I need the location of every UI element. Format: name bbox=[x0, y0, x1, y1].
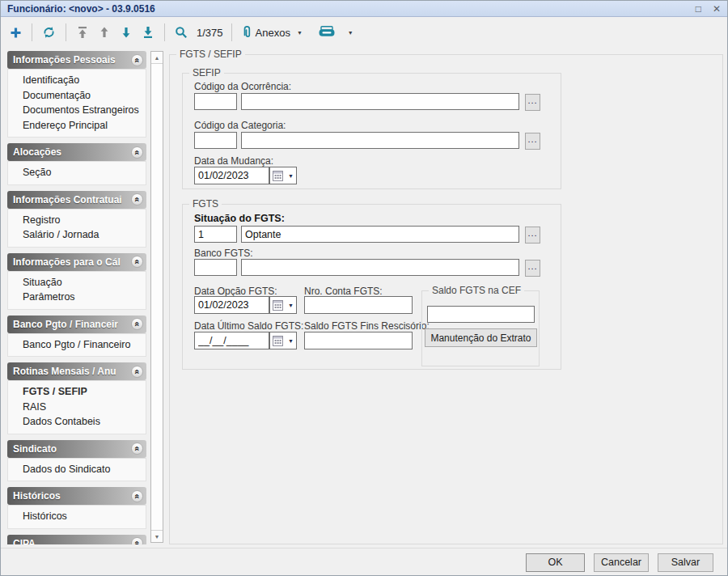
banco-fgts-label: Banco FGTS: bbox=[194, 248, 253, 259]
search-button[interactable] bbox=[173, 23, 189, 42]
next-record-button[interactable] bbox=[118, 23, 134, 42]
print-button[interactable] bbox=[316, 23, 337, 42]
attachments-button[interactable]: Anexos ▼ bbox=[240, 23, 307, 42]
sidebar-item-historicos[interactable]: Históricos bbox=[8, 509, 146, 524]
sidebar-item-dados-contabeis[interactable]: Dados Contabeis bbox=[8, 414, 146, 430]
banco-fgts-code-input[interactable] bbox=[194, 259, 237, 276]
data-ultimo-saldo-calendar-button[interactable]: ▼ bbox=[269, 332, 297, 349]
section-title: Informações Pessoais bbox=[13, 54, 116, 66]
record-counter: 1/375 bbox=[197, 27, 223, 39]
situacao-fgts-code-input[interactable] bbox=[194, 226, 237, 243]
sidebar-item-secao[interactable]: Seção bbox=[8, 165, 146, 180]
situacao-fgts-label: Situação do FGTS: bbox=[194, 213, 285, 224]
codigo-ocorrencia-browse-button[interactable]: ... bbox=[525, 94, 540, 111]
situacao-fgts-description-input[interactable] bbox=[241, 226, 519, 243]
sidebar-item-endereco-principal[interactable]: Endereço Principal bbox=[8, 118, 146, 133]
codigo-ocorrencia-label: Código da Ocorrência: bbox=[194, 81, 291, 92]
data-opcao-fgts-label: Data Opção FGTS: bbox=[194, 286, 277, 297]
sidebar-item-banco-pgto-financeiro[interactable]: Banco Pgto / Financeiro bbox=[8, 337, 146, 353]
collapse-chevron-icon[interactable]: « bbox=[131, 490, 143, 502]
sidebar-item-salario-jornada[interactable]: Salário / Jornada bbox=[8, 227, 146, 243]
collapse-chevron-icon[interactable]: « bbox=[131, 318, 143, 330]
ok-button[interactable]: OK bbox=[526, 553, 585, 572]
sidebar-item-parametros[interactable]: Parâmetros bbox=[8, 290, 146, 305]
collapse-chevron-icon[interactable]: « bbox=[131, 537, 143, 544]
section-title: Sindicato bbox=[13, 443, 57, 455]
sidebar-item-rais[interactable]: RAIS bbox=[8, 400, 146, 415]
calendar-icon bbox=[273, 336, 283, 346]
sidebar-header-cipa[interactable]: CIPA « bbox=[7, 535, 146, 545]
sidebar-item-identificacao[interactable]: Identificação bbox=[8, 73, 146, 88]
close-button[interactable]: ✕ bbox=[713, 2, 721, 16]
data-mudanca-label: Data da Mudança: bbox=[194, 155, 273, 167]
section-title: Informações Contratuai bbox=[13, 194, 122, 205]
sidebar-header-rotinas-mensais-anuais[interactable]: Rotinas Mensais / Anu « bbox=[7, 362, 146, 380]
codigo-ocorrencia-code-input[interactable] bbox=[194, 93, 237, 110]
scroll-down-button[interactable]: ▼ bbox=[151, 530, 163, 542]
footer-bar: OK Cancelar Salvar bbox=[1, 548, 727, 575]
save-button[interactable]: Salvar bbox=[658, 553, 713, 572]
refresh-icon bbox=[42, 26, 56, 39]
sefip-groupbox: SEFIP Código da Ocorrência: ... Código d… bbox=[182, 73, 561, 189]
data-opcao-calendar-button[interactable]: ▼ bbox=[269, 296, 297, 314]
collapse-chevron-icon[interactable]: « bbox=[131, 443, 143, 455]
sidebar-section-rotinas-mensais-anuais: Rotinas Mensais / Anu « FGTS / SEFIP RAI… bbox=[7, 362, 146, 434]
data-opcao-fgts-input[interactable] bbox=[194, 296, 269, 314]
section-title: Alocações bbox=[13, 146, 61, 158]
data-mudanca-calendar-button[interactable]: ▼ bbox=[269, 167, 297, 184]
banco-fgts-browse-button[interactable]: ... bbox=[525, 260, 540, 277]
fgts-group-title: FGTS bbox=[189, 198, 222, 210]
sidebar-header-informacoes-para-o-calculo[interactable]: Informações para o Cál « bbox=[7, 253, 146, 271]
saldo-fins-rescisorio-label: Saldo FGTS Fins Rescisório: bbox=[304, 320, 430, 332]
search-icon bbox=[175, 26, 188, 39]
collapse-chevron-icon[interactable]: « bbox=[131, 256, 143, 268]
collapse-chevron-icon[interactable]: « bbox=[131, 366, 143, 378]
previous-record-button[interactable] bbox=[96, 23, 112, 42]
maximize-button[interactable]: □ bbox=[696, 2, 701, 16]
sidebar-header-alocacoes[interactable]: Alocações « bbox=[7, 143, 146, 161]
sidebar-header-sindicato[interactable]: Sindicato « bbox=[7, 440, 146, 458]
last-record-button[interactable] bbox=[140, 23, 156, 42]
sidebar-header-informacoes-contratuais[interactable]: Informações Contratuai « bbox=[7, 191, 146, 209]
saldo-cef-input[interactable] bbox=[427, 306, 535, 323]
codigo-categoria-description-input[interactable] bbox=[241, 132, 519, 149]
scroll-up-button[interactable]: ▲ bbox=[151, 52, 163, 64]
first-record-button[interactable] bbox=[74, 23, 91, 42]
sidebar-item-dados-do-sindicato[interactable]: Dados do Sindicato bbox=[8, 462, 146, 477]
sidebar-item-documentos-estrangeiros[interactable]: Documentos Estrangeiros bbox=[8, 103, 146, 118]
sidebar: Informações Pessoais « Identificação Doc… bbox=[7, 51, 146, 544]
cancel-button[interactable]: Cancelar bbox=[594, 553, 649, 572]
collapse-chevron-icon[interactable]: « bbox=[131, 193, 143, 205]
sidebar-header-historicos[interactable]: Históricos « bbox=[7, 487, 146, 505]
sidebar-scrollbar[interactable]: ▲ ▼ bbox=[150, 51, 163, 543]
sidebar-item-registro[interactable]: Registro bbox=[8, 213, 146, 228]
codigo-categoria-browse-button[interactable]: ... bbox=[525, 133, 540, 150]
toolbar-separator bbox=[231, 23, 232, 41]
sidebar-section-sindicato: Sindicato « Dados do Sindicato bbox=[7, 440, 146, 482]
sidebar-header-banco-pgto-financeiro[interactable]: Banco Pgto / Financeir « bbox=[7, 316, 146, 333]
toolbar-separator bbox=[32, 23, 32, 41]
sidebar-header-informacoes-pessoais[interactable]: Informações Pessoais « bbox=[7, 51, 146, 69]
data-ultimo-saldo-input[interactable] bbox=[194, 332, 269, 349]
nro-conta-fgts-input[interactable] bbox=[304, 296, 413, 314]
sidebar-item-situacao[interactable]: Situação bbox=[8, 275, 146, 290]
panel-title: FGTS / SEFIP bbox=[176, 49, 245, 60]
data-mudanca-input[interactable] bbox=[194, 167, 269, 184]
titlebar: Funcionário: <novo> - 03.9.0516 □ ✕ bbox=[1, 1, 727, 17]
collapse-chevron-icon[interactable]: « bbox=[131, 54, 143, 66]
situacao-fgts-browse-button[interactable]: ... bbox=[525, 227, 540, 244]
sidebar-item-documentacao[interactable]: Documentação bbox=[8, 88, 146, 104]
codigo-ocorrencia-description-input[interactable] bbox=[241, 93, 519, 110]
sidebar-section-informacoes-contratuais: Informações Contratuai « Registro Salári… bbox=[7, 191, 146, 248]
sidebar-item-fgts-sefip[interactable]: FGTS / SEFIP bbox=[8, 384, 146, 400]
add-record-button[interactable] bbox=[7, 23, 23, 42]
codigo-categoria-code-input[interactable] bbox=[194, 132, 237, 149]
calendar-icon bbox=[273, 300, 283, 311]
banco-fgts-description-input[interactable] bbox=[241, 259, 519, 276]
collapse-chevron-icon[interactable]: « bbox=[131, 146, 143, 159]
manutencao-extrato-button[interactable]: Manutenção do Extrato bbox=[425, 328, 537, 347]
refresh-button[interactable] bbox=[40, 23, 57, 42]
saldo-fins-rescisorio-input[interactable] bbox=[304, 332, 413, 349]
chevron-down-icon: ▼ bbox=[288, 338, 294, 344]
window-title: Funcionário: <novo> - 03.9.0516 bbox=[7, 3, 155, 15]
